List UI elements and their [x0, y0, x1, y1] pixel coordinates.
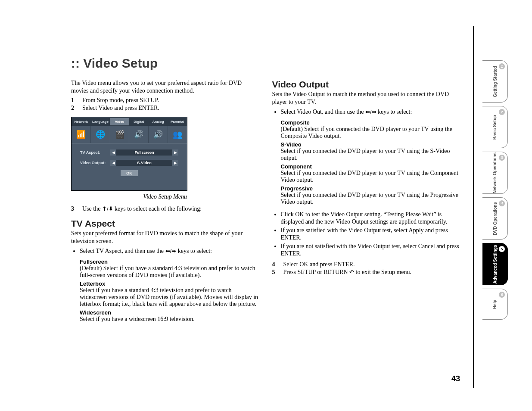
- tab-badge: 1: [499, 63, 505, 69]
- leftright-arrow-icon: ⬅/➡: [165, 248, 177, 254]
- page-number: 43: [451, 374, 460, 383]
- right-column: Video Output Sets the Video Output to ma…: [272, 79, 460, 324]
- setup-steps: 1From Stop mode, press SETUP. 2Select Vi…: [71, 97, 259, 112]
- left-column: The Video menu allows you to set your pr…: [71, 79, 259, 324]
- opt-svideo-name: S-Video: [281, 141, 460, 148]
- digital-icon: 🔊: [129, 126, 149, 143]
- opt-composite-text: (Default) Select if you connected the DV…: [281, 126, 452, 139]
- step-5-text: Press SETUP or RETURN ↶ to exit the Setu…: [283, 269, 411, 276]
- network-icon: 📶: [72, 126, 91, 143]
- tab-analog: Analog: [149, 118, 168, 125]
- video-icon: 🎬: [110, 126, 130, 143]
- tv-aspect-label: TV Aspect:: [80, 150, 110, 155]
- section-tabs: 1 Getting Started 2 Basic Setup 3 Networ…: [482, 60, 508, 320]
- tab-label: Network Operations: [493, 152, 498, 193]
- video-output-bullets: Select Video Out, and then use the ⬅/➡ k…: [272, 108, 460, 116]
- post-bullet-1: Click OK to test the Video Output settin…: [281, 211, 460, 226]
- step-3-line: 3 Use the ⬆/⬇ keys to select each of the…: [71, 206, 259, 212]
- tab-label: Getting Started: [493, 66, 498, 97]
- step-1-text: From Stop mode, press SETUP.: [82, 97, 159, 104]
- screenshot-caption: Video Setup Menu: [71, 193, 259, 200]
- analog-icon: 🔊: [149, 126, 168, 143]
- tab-help[interactable]: 6 Help: [482, 289, 508, 320]
- right-arrow-icon: ▶: [172, 149, 178, 156]
- opt-widescreen-text: Select if you have a widescreen 16:9 tel…: [80, 316, 195, 322]
- post-bullet-3: If you are not satisfied with the Video …: [281, 243, 460, 258]
- tv-aspect-heading: TV Aspect: [71, 218, 259, 229]
- final-steps: 4 Select OK and press ENTER. 5 Press SET…: [272, 261, 460, 276]
- right-arrow-icon: ▶: [172, 160, 178, 166]
- video-output-desc: Sets the Video Output to match the metho…: [272, 90, 460, 106]
- page-title: :: Video Setup: [71, 56, 460, 71]
- tab-parental: Parental: [168, 118, 187, 125]
- language-icon: 🌐: [91, 126, 110, 143]
- post-bullet-2: If you are satisfied with the Video Outp…: [281, 227, 460, 242]
- tab-advanced-settings[interactable]: 5 Advanced Settings: [482, 243, 508, 285]
- return-arrow-icon: ↶: [349, 269, 354, 275]
- tab-label: Help: [492, 299, 497, 309]
- tab-getting-started[interactable]: 1 Getting Started: [482, 60, 508, 103]
- video-output-select-line: Select Video Out, and then use the ⬅/➡ k…: [281, 108, 460, 116]
- tab-basic-setup[interactable]: 2 Basic Setup: [482, 106, 508, 148]
- tab-badge: 2: [499, 109, 505, 115]
- opt-component-text: Select if you connected the DVD player t…: [281, 170, 458, 183]
- opt-letterbox-text: Select if you have a standard 4:3 televi…: [80, 287, 258, 307]
- opt-svideo: S-Video Select if you connected the DVD …: [281, 141, 460, 162]
- leftright-arrow-icon: ⬅/➡: [365, 109, 376, 115]
- opt-fullscreen-name: Fullscreen: [80, 258, 259, 265]
- video-output-value: S-Video: [116, 161, 172, 165]
- parental-icon: 👥: [168, 126, 187, 143]
- step-3-num: 3: [71, 206, 77, 212]
- tv-aspect-row: TV Aspect: ◀ Fullscreen ▶: [80, 149, 178, 156]
- step-2: 2Select Video and press ENTER.: [71, 105, 259, 112]
- tab-network-operations[interactable]: 3 Network Operations: [482, 152, 508, 194]
- step-4-text: Select OK and press ENTER.: [283, 261, 355, 268]
- tab-badge: 3: [499, 155, 505, 161]
- opt-svideo-text: Select if you connected the DVD player t…: [281, 148, 450, 161]
- manual-page: :: Video Setup The Video menu allows you…: [71, 26, 474, 388]
- tv-aspect-value: Fullscreen: [116, 150, 172, 155]
- left-arrow-icon: ◀: [110, 149, 116, 156]
- opt-progressive-text: Select if you connected the DVD player t…: [281, 192, 458, 205]
- tv-aspect-bullets: Select TV Aspect, and then use the ⬅/➡ k…: [71, 247, 259, 255]
- tab-badge: 6: [499, 292, 505, 298]
- tab-language: Language: [91, 118, 110, 125]
- tab-video: Video: [110, 118, 129, 125]
- video-setup-screenshot: Network Language Video Digital Analog Pa…: [71, 117, 187, 191]
- screenshot-tabs: Network Language Video Digital Analog Pa…: [72, 117, 187, 126]
- opt-widescreen: Widescreen Select if you have a widescre…: [80, 309, 259, 323]
- two-column-layout: The Video menu allows you to set your pr…: [71, 79, 460, 324]
- video-output-row: Video Output: ◀ S-Video ▶: [80, 160, 178, 166]
- tab-network: Network: [72, 118, 91, 125]
- left-arrow-icon: ◀: [110, 160, 116, 166]
- tab-badge: 5: [499, 246, 505, 252]
- step-5-num: 5: [272, 269, 278, 276]
- opt-composite: Composite (Default) Select if you connec…: [281, 119, 460, 140]
- intro-text: The Video menu allows you to set your pr…: [71, 79, 259, 94]
- opt-letterbox: Letterbox Select if you have a standard …: [80, 280, 259, 308]
- tab-label: Basic Setup: [493, 115, 498, 139]
- step-5: 5 Press SETUP or RETURN ↶ to exit the Se…: [272, 269, 460, 276]
- opt-progressive-name: Progressive: [281, 185, 460, 192]
- tab-label: DVD Operations: [493, 202, 498, 235]
- video-output-selector: ◀ S-Video ▶: [110, 160, 178, 166]
- tab-label: Advanced Settings: [493, 245, 498, 283]
- screenshot-body: TV Aspect: ◀ Fullscreen ▶ Video Output: …: [72, 143, 187, 176]
- tv-aspect-select-line: Select TV Aspect, and then use the ⬅/➡ k…: [80, 247, 259, 255]
- opt-component: Component Select if you connected the DV…: [281, 163, 460, 184]
- step-3-text: Use the ⬆/⬇ keys to select each of the f…: [82, 206, 202, 212]
- opt-letterbox-name: Letterbox: [80, 280, 259, 287]
- tab-badge: 4: [499, 200, 505, 206]
- opt-composite-name: Composite: [281, 119, 460, 126]
- updown-arrow-icon: ⬆/⬇: [102, 206, 113, 212]
- step-2-text: Select Video and press ENTER.: [82, 105, 159, 112]
- video-output-label: Video Output:: [80, 161, 110, 165]
- opt-component-name: Component: [281, 163, 460, 170]
- tab-dvd-operations[interactable]: 4 DVD Operations: [482, 197, 508, 240]
- step-4: 4 Select OK and press ENTER.: [272, 261, 460, 268]
- video-output-post-bullets: Click OK to test the Video Output settin…: [272, 211, 460, 258]
- tv-aspect-selector: ◀ Fullscreen ▶: [110, 149, 178, 156]
- screenshot-icon-row: 📶 🌐 🎬 🔊 🔊 👥: [72, 126, 187, 143]
- tv-aspect-desc: Sets your preferred format for DVD movie…: [71, 230, 259, 245]
- step-1: 1From Stop mode, press SETUP.: [71, 97, 259, 104]
